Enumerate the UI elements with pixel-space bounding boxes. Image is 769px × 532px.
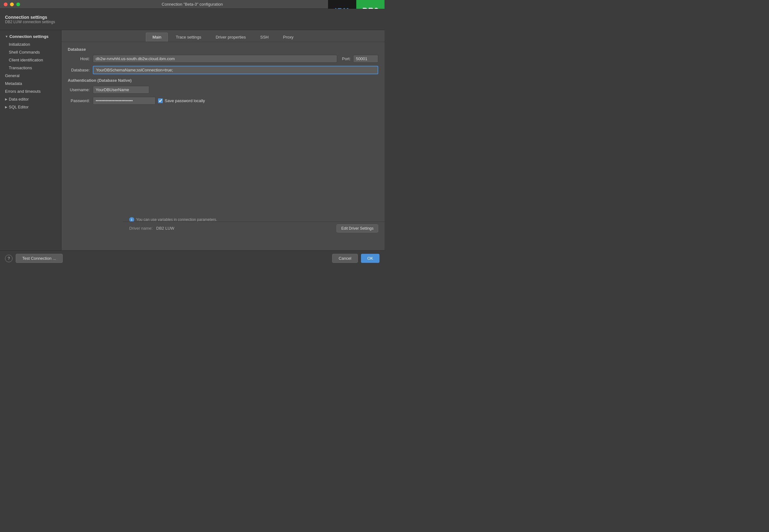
host-label: Host: [68, 56, 93, 61]
chevron-right-icon: ▶ [5, 97, 8, 101]
port-label: Port: [342, 56, 351, 61]
header-area: Connection settings DB2 LUW connection s… [0, 9, 384, 30]
auth-section: Authentication (Database Native) Usernam… [68, 78, 378, 105]
username-label: Username: [68, 87, 93, 92]
chevron-down-icon: ▼ [5, 35, 8, 38]
host-row: Host: Port: [68, 55, 378, 63]
host-input[interactable] [93, 55, 337, 63]
info-text: You can use variables in connection para… [136, 217, 217, 222]
port-input[interactable] [353, 55, 378, 63]
help-button[interactable]: ? [5, 255, 13, 262]
database-row: Database: [68, 66, 378, 74]
sidebar-item-label: Client identification [9, 58, 43, 62]
close-button[interactable] [4, 3, 8, 6]
form-content: Database Host: Port: Database: Authentic… [61, 42, 384, 113]
sidebar-item-client-identification[interactable]: Client identification [0, 56, 61, 64]
footer-right: Cancel OK [332, 254, 379, 263]
sidebar-item-data-editor[interactable]: ▶ Data editor [0, 95, 61, 103]
tab-proxy[interactable]: Proxy [276, 33, 300, 42]
sidebar-item-label: Metadata [5, 81, 22, 86]
edit-driver-settings-button[interactable]: Edit Driver Settings [337, 224, 378, 232]
header-titles: Connection settings DB2 LUW connection s… [5, 15, 55, 24]
sidebar-item-label: Shell Commands [9, 50, 40, 55]
footer: ? Test Connection ... Cancel OK [0, 250, 384, 266]
sidebar: ▼ Connection settings Initialization She… [0, 30, 61, 250]
driver-row: Driver name: DB2 LUW Edit Driver Setting… [123, 222, 384, 235]
sidebar-item-label: Connection settings [9, 34, 49, 39]
tab-trace-settings[interactable]: Trace settings [169, 33, 208, 42]
save-password-label: Save password locally [165, 98, 205, 103]
driver-name-label: Driver name: [129, 226, 152, 231]
password-input[interactable] [93, 97, 155, 105]
sidebar-item-label: Initialization [9, 42, 30, 47]
driver-name-container: Driver name: DB2 LUW [129, 226, 174, 231]
password-label: Password: [68, 98, 93, 103]
sidebar-item-shell-commands[interactable]: Shell Commands [0, 48, 61, 56]
sidebar-item-label: General [5, 73, 19, 78]
content-area: Main Trace settings Driver properties SS… [61, 30, 384, 250]
sidebar-item-transactions[interactable]: Transactions [0, 64, 61, 72]
sidebar-item-label: Data editor [9, 97, 29, 102]
ok-button[interactable]: OK [361, 254, 379, 263]
save-password-checkbox[interactable] [158, 98, 163, 103]
database-label: Database: [68, 68, 93, 72]
test-connection-button[interactable]: Test Connection ... [16, 254, 63, 263]
sidebar-item-label: Transactions [9, 65, 32, 70]
tab-ssh[interactable]: SSH [254, 33, 275, 42]
traffic-lights [4, 3, 20, 6]
driver-name-value: DB2 LUW [156, 226, 174, 231]
sidebar-item-errors-timeouts[interactable]: Errors and timeouts [0, 87, 61, 95]
minimize-button[interactable] [10, 3, 14, 6]
cancel-button[interactable]: Cancel [332, 254, 358, 263]
username-row: Username: [68, 86, 378, 94]
chevron-right-icon: ▶ [5, 105, 8, 109]
sidebar-item-label: Errors and timeouts [5, 89, 40, 94]
sidebar-item-connection-settings[interactable]: ▼ Connection settings [0, 33, 61, 40]
password-row: Password: Save password locally [68, 97, 378, 105]
title-bar: Connection "Beta-3" configuration IBM DB… [0, 0, 384, 9]
window-title: Connection "Beta-3" configuration [162, 2, 223, 7]
sidebar-item-general[interactable]: General [0, 72, 61, 80]
tab-main[interactable]: Main [146, 33, 168, 42]
header-main-title: Connection settings [5, 15, 55, 20]
database-input[interactable] [93, 66, 378, 74]
sidebar-item-sql-editor[interactable]: ▶ SQL Editor [0, 103, 61, 111]
footer-left: ? Test Connection ... [5, 254, 63, 263]
tabs-bar: Main Trace settings Driver properties SS… [61, 30, 384, 42]
maximize-button[interactable] [16, 3, 20, 6]
auth-section-title: Authentication (Database Native) [68, 78, 378, 83]
sidebar-item-initialization[interactable]: Initialization [0, 40, 61, 48]
database-section-title: Database [68, 47, 378, 52]
save-password-row: Save password locally [158, 98, 205, 103]
sidebar-item-label: SQL Editor [9, 105, 29, 109]
header-sub-title: DB2 LUW connection settings [5, 20, 55, 24]
sidebar-item-metadata[interactable]: Metadata [0, 80, 61, 87]
username-input[interactable] [93, 86, 149, 94]
tab-driver-properties[interactable]: Driver properties [209, 33, 253, 42]
